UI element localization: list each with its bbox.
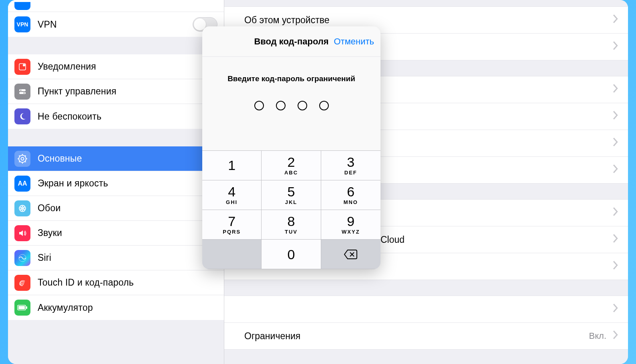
key-backspace[interactable]: [321, 240, 380, 269]
modal-title: Ввод код-пароля: [254, 36, 328, 47]
sidebar-item-label: Siri: [38, 252, 51, 263]
sidebar-item-label: VPN: [38, 19, 57, 30]
key-3[interactable]: 3DEF: [321, 151, 380, 180]
detail-row-label: Ограничения: [244, 331, 300, 342]
detail-row[interactable]: [224, 296, 628, 323]
control-center-icon: [14, 84, 30, 100]
svg-rect-4: [19, 92, 26, 94]
passcode-dot: [254, 101, 264, 110]
detail-row-partial: Cloud: [380, 234, 405, 245]
chevron-right-icon: [613, 261, 618, 272]
passcode-dot: [319, 101, 329, 110]
svg-line-13: [25, 161, 26, 162]
chevron-right-icon: [613, 41, 618, 52]
sidebar-item-siri[interactable]: Siri: [8, 246, 224, 270]
key-7[interactable]: 7PQRS: [202, 210, 262, 240]
fingerprint-icon: [14, 275, 30, 291]
chevron-right-icon: [613, 330, 618, 342]
svg-rect-23: [26, 306, 27, 309]
gear-icon: [14, 151, 30, 167]
svg-point-17: [22, 208, 23, 209]
sidebar-item-vpn[interactable]: VPN VPN: [8, 12, 224, 37]
key-6[interactable]: 6MNO: [321, 180, 380, 210]
sidebar-item-wallpaper[interactable]: Обои: [8, 196, 224, 221]
moon-icon: [14, 108, 30, 124]
sidebar-item-label: Обои: [38, 203, 61, 214]
sidebar-item-label: Основные: [38, 153, 82, 164]
svg-point-1: [23, 64, 25, 66]
passcode-dot: [298, 101, 307, 110]
svg-line-14: [19, 161, 20, 162]
sidebar-item-label: Не беспокоить: [38, 111, 101, 122]
passcode-dot: [276, 101, 286, 110]
display-icon: AA: [14, 176, 30, 192]
sidebar-item-control-center[interactable]: Пункт управления: [8, 79, 224, 104]
sidebar-item-label: Звуки: [38, 228, 62, 238]
svg-point-3: [20, 90, 22, 91]
cancel-button[interactable]: Отменить: [334, 36, 374, 47]
siri-icon: [14, 250, 30, 266]
chevron-right-icon: [613, 207, 618, 218]
svg-point-6: [19, 155, 26, 162]
sidebar-item-label: Уведомления: [38, 61, 96, 72]
chevron-right-icon: [613, 138, 618, 149]
key-1[interactable]: 1: [202, 151, 262, 180]
key-0[interactable]: 0: [262, 240, 321, 269]
svg-point-7: [21, 157, 24, 160]
sidebar-item-touchid[interactable]: Touch ID и код-пароль: [8, 270, 224, 295]
settings-sidebar: VPN VPN Уведомления Пункт управления: [8, 0, 224, 364]
key-4[interactable]: 4GHI: [202, 180, 262, 210]
wallpaper-icon: [14, 200, 30, 216]
sidebar-item-label: Экран и яркость: [38, 178, 108, 189]
sidebar-item-sounds[interactable]: Звуки: [8, 221, 224, 246]
chevron-right-icon: [613, 234, 618, 245]
speaker-icon: [14, 225, 30, 241]
passcode-dots: [210, 101, 372, 110]
detail-restrictions[interactable]: Ограничения Вкл.: [224, 322, 628, 350]
bluetooth-icon: [14, 2, 30, 10]
sidebar-item-do-not-disturb[interactable]: Не беспокоить: [8, 104, 224, 129]
passcode-modal: Ввод код-пароля Отменить Введите код-пар…: [202, 26, 380, 269]
svg-rect-2: [19, 89, 26, 91]
sidebar-item-label: Аккумулятор: [38, 302, 93, 313]
backspace-icon: [344, 249, 358, 260]
svg-rect-24: [18, 306, 25, 309]
numeric-keypad: 1 2ABC 3DEF 4GHI 5JKL 6MNO 7PQRS 8TUV 9W…: [202, 150, 380, 269]
chevron-right-icon: [613, 84, 618, 95]
sidebar-item-general[interactable]: Основные: [8, 146, 224, 171]
detail-row-label: Об этом устройстве: [244, 15, 329, 26]
detail-row-value: Вкл.: [589, 331, 607, 341]
key-9[interactable]: 9WXYZ: [321, 210, 380, 240]
chevron-right-icon: [613, 304, 618, 315]
sidebar-item-display[interactable]: AA Экран и яркость: [8, 171, 224, 196]
sidebar-item-bluetooth[interactable]: [8, 0, 224, 12]
key-5[interactable]: 5JKL: [262, 180, 321, 210]
sidebar-item-label: Touch ID и код-пароль: [38, 277, 134, 288]
sidebar-item-label: Пункт управления: [38, 86, 117, 97]
sidebar-item-battery[interactable]: Аккумулятор: [8, 295, 224, 320]
chevron-right-icon: [613, 111, 618, 122]
sidebar-item-notifications[interactable]: Уведомления: [8, 54, 224, 79]
battery-icon: [14, 300, 30, 316]
key-blank: [202, 240, 262, 269]
key-8[interactable]: 8TUV: [262, 210, 321, 240]
key-2[interactable]: 2ABC: [262, 151, 321, 180]
modal-header: Ввод код-пароля Отменить: [202, 26, 380, 57]
modal-prompt: Введите код-пароль ограничений: [210, 74, 372, 83]
svg-line-12: [19, 155, 20, 156]
notifications-icon: [14, 59, 30, 75]
svg-line-15: [25, 155, 26, 156]
vpn-icon: VPN: [14, 16, 30, 32]
chevron-right-icon: [613, 164, 618, 176]
chevron-right-icon: [613, 14, 618, 26]
svg-point-5: [24, 92, 25, 94]
